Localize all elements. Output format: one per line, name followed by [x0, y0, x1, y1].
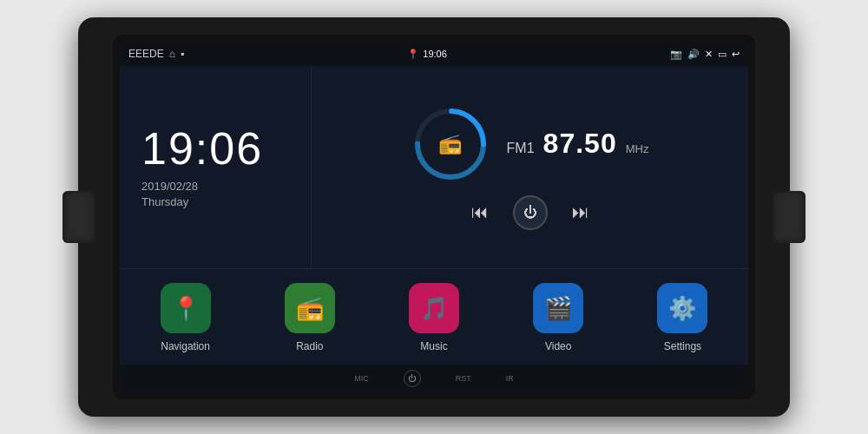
radio-skip-forward-button[interactable]: ⏭: [572, 202, 589, 222]
brand-text: EEEDE: [128, 48, 164, 60]
video-icon-wrapper: 🎬: [533, 283, 583, 333]
location-icon: 📍: [407, 49, 419, 60]
app-video[interactable]: 🎬 Video: [500, 278, 617, 358]
settings-icon: ⚙️: [668, 295, 696, 322]
screen: EEEDE ⌂ ▪ 📍 19:06 📷 🔊 ✕ ▭ ↩: [120, 42, 748, 392]
music-icon-wrapper: 🎵: [409, 283, 459, 333]
status-right: 📷 🔊 ✕ ▭ ↩: [670, 49, 740, 60]
close-icon[interactable]: ✕: [705, 49, 713, 60]
home-icon: ⌂: [169, 48, 175, 60]
notification-icon: ▪: [181, 48, 184, 60]
camera-icon[interactable]: 📷: [670, 49, 682, 60]
radio-top: 📻 FM1 87.50 MHz: [329, 105, 731, 183]
volume-icon[interactable]: 🔊: [687, 49, 700, 60]
app-music[interactable]: 🎵 Music: [375, 278, 492, 358]
radio-circle-widget: 📻: [411, 105, 490, 183]
settings-label: Settings: [664, 340, 701, 352]
navigation-icon-wrapper: 📍: [161, 283, 211, 333]
mic-label: MIC: [354, 374, 369, 383]
screen-bezel: EEEDE ⌂ ▪ 📍 19:06 📷 🔊 ✕ ▭ ↩: [113, 35, 755, 399]
music-label: Music: [420, 340, 447, 352]
app-navigation[interactable]: 📍 Navigation: [127, 278, 244, 358]
clock-date: 2019/02/28: [141, 180, 198, 193]
apps-grid: 📍 Navigation 📻 Radio 🎵 Music: [120, 269, 748, 365]
rst-button[interactable]: RST: [456, 374, 471, 383]
rst-label: RST: [456, 374, 471, 383]
radio-controls: ⏮ ⏻ ⏭: [471, 195, 589, 230]
bottom-bar: MIC ⏻ RST IR: [120, 365, 748, 392]
navigation-label: Navigation: [161, 340, 210, 352]
status-left: EEEDE ⌂ ▪: [128, 48, 184, 60]
ir-label: IR: [506, 374, 514, 383]
back-icon[interactable]: ↩: [732, 49, 740, 60]
app-settings[interactable]: ⚙️ Settings: [624, 278, 741, 358]
app-radio[interactable]: 📻 Radio: [251, 278, 368, 358]
clock-time: 19:06: [141, 126, 263, 171]
clock-day: Thursday: [141, 195, 188, 208]
status-bar: EEEDE ⌂ ▪ 📍 19:06 📷 🔊 ✕ ▭ ↩: [120, 42, 748, 66]
video-icon: 🎬: [544, 295, 572, 322]
radio-skip-back-button[interactable]: ⏮: [471, 202, 489, 222]
radio-panel: 📻 FM1 87.50 MHz ⏮ ⏻ ⏭: [311, 66, 748, 268]
window-icon[interactable]: ▭: [718, 49, 727, 60]
radio-info: FM1 87.50 MHz: [507, 128, 649, 160]
clock-panel: 19:06 2019/02/28 Thursday: [120, 66, 311, 268]
ir-button[interactable]: IR: [506, 374, 514, 383]
navigation-icon: 📍: [172, 295, 200, 322]
power-button[interactable]: ⏻: [404, 370, 421, 387]
mount-tab-right: [773, 191, 806, 243]
status-time: 19:06: [423, 49, 447, 59]
status-center: 📍 19:06: [407, 49, 447, 60]
radio-app-icon: 📻: [296, 295, 324, 322]
main-content: 19:06 2019/02/28 Thursday: [120, 66, 748, 268]
radio-power-button[interactable]: ⏻: [513, 195, 548, 230]
radio-icon: 📻: [438, 133, 462, 155]
settings-icon-wrapper: ⚙️: [657, 283, 707, 333]
mic-button[interactable]: MIC: [354, 374, 369, 383]
power-icon: ⏻: [404, 370, 421, 387]
video-label: Video: [545, 340, 571, 352]
radio-icon-wrapper: 📻: [285, 283, 335, 333]
music-icon: 🎵: [420, 295, 448, 322]
radio-band: FM1: [507, 141, 535, 156]
car-head-unit: EEEDE ⌂ ▪ 📍 19:06 📷 🔊 ✕ ▭ ↩: [78, 17, 790, 417]
radio-frequency: 87.50: [543, 128, 617, 160]
radio-label: Radio: [296, 340, 323, 352]
radio-unit: MHz: [626, 142, 649, 155]
mount-tab-left: [62, 191, 95, 243]
